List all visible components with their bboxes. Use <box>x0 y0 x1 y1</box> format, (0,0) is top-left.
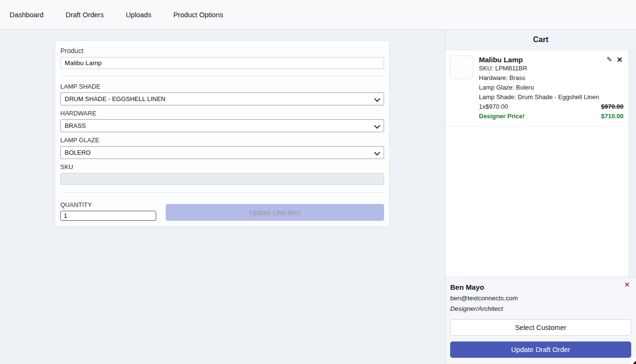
item-lamp-shade: Lamp Shade: Drum Shade - Eggshell Linen <box>479 92 624 102</box>
divider <box>60 192 384 193</box>
top-nav: Dashboard Draft Orders Uploads Product O… <box>0 0 636 30</box>
sku-label: SKU <box>60 163 384 171</box>
quantity-input[interactable] <box>60 211 156 221</box>
select-customer-button[interactable]: Select Customer <box>450 319 631 336</box>
lamp-shade-label: LAMP SHADE <box>60 83 384 90</box>
cart-item: Malibu Lamp ✎ ✕ SKU: LPMB11BR Hardware: … <box>445 50 628 126</box>
item-original-price: $970.00 <box>601 102 624 112</box>
hardware-select[interactable]: BRASS <box>60 119 384 132</box>
item-hardware: Hardware: Brass <box>479 73 624 83</box>
nav-item-product-options[interactable]: Product Options <box>173 11 223 19</box>
cart-body: Malibu Lamp ✎ ✕ SKU: LPMB11BR Hardware: … <box>445 50 629 277</box>
nav-item-uploads[interactable]: Uploads <box>126 11 151 19</box>
update-draft-order-button[interactable]: Update Draft Order <box>450 341 631 358</box>
product-input[interactable] <box>60 57 384 69</box>
product-label: Product <box>60 47 384 55</box>
sku-input <box>60 173 384 185</box>
remove-item-icon[interactable]: ✕ <box>616 56 623 63</box>
remove-customer-icon[interactable]: ✕ <box>625 282 630 288</box>
designer-price-label: Designer Price! <box>479 112 524 121</box>
cart-panel: Cart Malibu Lamp ✎ ✕ SKU: LPMB11BR Hardw… <box>445 30 636 364</box>
content-area: Product LAMP SHADE DRUM SHADE - EGGSHELL… <box>0 30 636 364</box>
divider <box>60 76 384 77</box>
cart-title: Cart <box>445 30 636 50</box>
lamp-glaze-select[interactable]: BOLERO <box>60 146 384 159</box>
item-lamp-glaze: Lamp Glaze: Bolero <box>479 83 624 92</box>
hardware-label: HARDWARE <box>60 110 384 117</box>
quantity-label: QUANTITY <box>60 201 156 208</box>
nav-item-draft-orders[interactable]: Draft Orders <box>66 11 104 19</box>
item-name: Malibu Lamp <box>479 56 523 64</box>
customer-email: ben@textconnects.com <box>450 295 631 302</box>
nav-item-dashboard[interactable]: Dashboard <box>10 11 44 19</box>
edit-icon[interactable]: ✎ <box>607 56 613 63</box>
lamp-shade-select[interactable]: DRUM SHADE - EGGSHELL LINEN <box>60 92 384 105</box>
customer-name: Ben Mayo <box>450 283 631 291</box>
update-line-item-button[interactable]: Update Line Item <box>166 204 384 221</box>
item-thumbnail <box>450 56 473 79</box>
customer-section: ✕ Ben Mayo ben@textconnects.com Designer… <box>445 277 636 364</box>
main-area: Product LAMP SHADE DRUM SHADE - EGGSHELL… <box>0 30 445 364</box>
designer-price-value: $710.00 <box>601 112 624 121</box>
item-sku: SKU: LPMB11BR <box>479 64 624 73</box>
customer-role: Designer/Architect <box>450 305 631 312</box>
line-item-form-card: Product LAMP SHADE DRUM SHADE - EGGSHELL… <box>55 40 390 227</box>
lamp-glaze-label: LAMP GLAZE <box>60 136 384 144</box>
item-qty-price: 1x$970.00 <box>479 102 508 112</box>
